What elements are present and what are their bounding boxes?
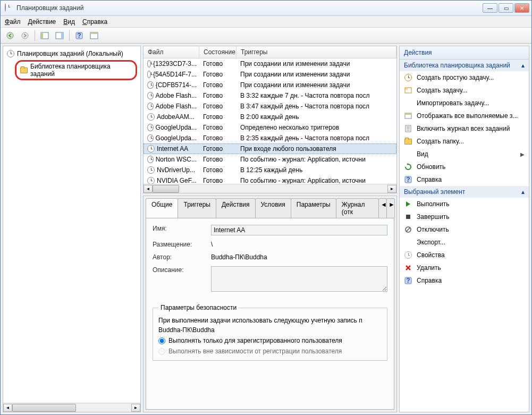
task-name-cell: {13293CD7-3... xyxy=(144,60,200,68)
task-state-cell: Готово xyxy=(200,123,237,132)
svg-line-22 xyxy=(406,227,410,232)
action-enable-log[interactable]: Включить журнал всех заданий xyxy=(400,122,529,135)
svg-text:?: ? xyxy=(77,32,81,39)
task-row[interactable]: {CDFB5714-...ГотовоПри создании или изме… xyxy=(143,80,396,90)
scroll-right-arrow[interactable]: ► xyxy=(131,404,140,412)
folder-icon xyxy=(404,137,412,146)
svg-rect-20 xyxy=(406,215,410,219)
tab-log[interactable]: Журнал (отк xyxy=(336,198,379,218)
show-hide-actions-button[interactable] xyxy=(53,29,66,42)
action-task[interactable]: Создать задачу... xyxy=(400,84,529,97)
task-state-cell: Готово xyxy=(200,70,237,79)
task-state-cell: Готово xyxy=(200,81,237,89)
menu-action[interactable]: Действие xyxy=(28,18,56,26)
task-row[interactable]: Norton WSC...ГотовоПо событию - журнал: … xyxy=(143,154,396,165)
action-label: Удалить xyxy=(417,264,525,272)
task-row[interactable]: Adobe Flash...ГотовоВ 3:47 каждый день -… xyxy=(143,101,396,112)
task-row[interactable]: Internet AAГотовоПри входе любого пользо… xyxy=(143,143,396,154)
name-field[interactable] xyxy=(211,225,387,235)
show-hide-tree-button[interactable] xyxy=(38,29,51,42)
tab-conditions[interactable]: Условия xyxy=(255,198,291,218)
section-selected[interactable]: Выбранный элемент ▴ xyxy=(400,186,529,198)
tree-root[interactable]: Планировщик заданий (Локальный) xyxy=(4,48,139,59)
menu-help[interactable]: Справка xyxy=(82,18,107,26)
action-export[interactable]: Экспорт... xyxy=(400,236,529,249)
tree-library[interactable]: Библиотека планировщика заданий xyxy=(4,59,139,81)
tree-scrollbar[interactable]: ◄ ► xyxy=(3,403,140,412)
clock-icon xyxy=(147,177,155,184)
scroll-thumb[interactable] xyxy=(12,404,76,412)
tab-scroll-right[interactable]: ► xyxy=(386,198,395,218)
minimize-button[interactable]: — xyxy=(483,3,497,13)
col-trigger[interactable]: Триггеры xyxy=(237,46,396,58)
security-legend: Параметры безопасности xyxy=(158,304,239,311)
col-state[interactable]: Состояние xyxy=(199,46,237,58)
run-logged-on-radio[interactable] xyxy=(158,337,165,344)
scroll-thumb[interactable] xyxy=(153,185,179,193)
tab-actions[interactable]: Действия xyxy=(216,198,256,218)
tree-root-label: Планировщик заданий (Локальный) xyxy=(17,50,123,57)
scroll-left-arrow[interactable]: ◄ xyxy=(3,404,12,412)
show-running-icon xyxy=(404,112,412,120)
svg-rect-9 xyxy=(90,32,98,34)
back-button[interactable] xyxy=(4,29,16,42)
task-list-scrollbar[interactable]: ◄ ► xyxy=(143,184,396,193)
radio2-label: Выполнять вне зависимости от регистрации… xyxy=(168,348,342,355)
menu-view[interactable]: Вид xyxy=(63,18,75,26)
toolbar-separator xyxy=(69,30,70,41)
action-run[interactable]: Выполнить xyxy=(400,198,529,210)
scroll-left-arrow[interactable]: ◄ xyxy=(143,185,153,193)
task-row[interactable]: {54A5D14F-7...ГотовоПри создании или изм… xyxy=(143,69,396,80)
task-row[interactable]: Adobe Flash...ГотовоВ 3:32 каждые 7 дн. … xyxy=(143,90,396,101)
scroll-right-arrow[interactable]: ► xyxy=(387,185,396,193)
action-delete[interactable]: Удалить xyxy=(400,261,529,274)
task-name-cell: NVIDIA GeF... xyxy=(144,176,200,184)
task-name-cell: NvDriverUp... xyxy=(144,166,200,174)
section-library[interactable]: Библиотека планировщика заданий ▴ xyxy=(400,60,529,71)
task-row[interactable]: GoogleUpda...ГотовоВ 2:35 каждый день - … xyxy=(143,133,396,143)
action-end[interactable]: Завершить xyxy=(400,210,529,223)
task-state-cell: Готово xyxy=(200,166,237,174)
description-field[interactable] xyxy=(211,266,387,292)
toolbar: ? xyxy=(1,28,531,44)
action-help[interactable]: ?Справка xyxy=(400,173,529,186)
tab-triggers[interactable]: Триггеры xyxy=(178,198,216,218)
forward-button[interactable] xyxy=(19,29,31,42)
clock-icon xyxy=(6,49,15,58)
task-state-cell: Готово xyxy=(200,113,237,121)
actions-list-library: Создать простую задачу...Создать задачу.… xyxy=(400,71,529,186)
maximize-button[interactable]: ▭ xyxy=(499,3,513,13)
action-task-simple[interactable]: Создать простую задачу... xyxy=(400,71,529,84)
clock-icon xyxy=(147,60,151,67)
security-fieldset: Параметры безопасности При выполнении за… xyxy=(153,304,387,361)
task-row[interactable]: NVIDIA GeF...ГотовоПо событию - журнал: … xyxy=(143,175,396,184)
help-button[interactable]: ? xyxy=(73,29,86,42)
action-disable[interactable]: Отключить xyxy=(400,223,529,236)
show-running-button[interactable] xyxy=(88,29,100,42)
task-row[interactable]: {13293CD7-3...ГотовоПри создании или изм… xyxy=(143,58,396,69)
action-view[interactable]: Вид▶ xyxy=(400,148,529,160)
task-name-cell: {CDFB5714-... xyxy=(144,81,200,89)
tab-general[interactable]: Общие xyxy=(146,198,178,218)
action-folder[interactable]: Создать папку... xyxy=(400,135,529,148)
tab-settings[interactable]: Параметры xyxy=(291,198,336,218)
action-help[interactable]: ?Справка xyxy=(400,274,529,287)
name-label: Имя: xyxy=(153,225,211,232)
task-row[interactable]: NvDriverUp...ГотовоВ 12:25 каждый день xyxy=(143,165,396,175)
col-file[interactable]: Файл xyxy=(143,46,199,58)
action-import[interactable]: Импортировать задачу... xyxy=(400,97,529,109)
location-value: \ xyxy=(211,241,387,248)
task-row[interactable]: GoogleUpda...ГотовоОпределено несколько … xyxy=(143,122,396,133)
clock-icon xyxy=(147,124,154,131)
task-name-cell: Norton WSC... xyxy=(144,155,200,164)
menu-file[interactable]: Файл xyxy=(5,18,21,26)
tab-scroll-left[interactable]: ◄ xyxy=(378,198,387,218)
action-refresh[interactable]: Обновить xyxy=(400,160,529,173)
action-show-running[interactable]: Отображать все выполняемые з... xyxy=(400,109,529,122)
task-row[interactable]: AdobeAAM...ГотовоВ 2:00 каждый день xyxy=(143,112,396,122)
action-properties[interactable]: Свойства xyxy=(400,249,529,261)
action-label: Выполнить xyxy=(417,200,525,208)
action-label: Обновить xyxy=(417,163,525,171)
close-button[interactable]: ✕ xyxy=(514,3,529,13)
task-trigger-cell: В 3:32 каждые 7 дн. - Частота повтора по… xyxy=(237,91,396,100)
